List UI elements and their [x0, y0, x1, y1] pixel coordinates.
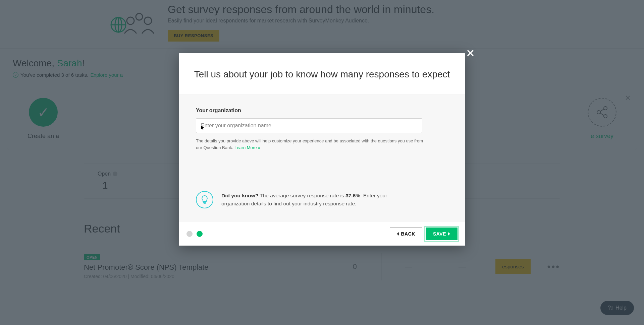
modal-title: Tell us about your job to know how many … — [193, 69, 451, 80]
step-dot-1[interactable] — [186, 231, 193, 237]
step-indicator — [186, 231, 203, 237]
did-you-know-text: Did you know? The average survey respons… — [221, 192, 416, 208]
chevron-left-icon — [397, 232, 399, 236]
dyk-pct: 37.6% — [345, 193, 360, 198]
job-info-modal: Tell us about your job to know how many … — [179, 53, 465, 246]
chevron-right-icon — [448, 232, 450, 236]
modal-close-icon[interactable]: ✕ — [466, 47, 475, 60]
back-button[interactable]: BACK — [390, 227, 422, 240]
learn-more-link[interactable]: Learn More » — [234, 145, 260, 150]
org-label: Your organization — [196, 108, 448, 114]
save-button[interactable]: SAVE — [426, 227, 458, 240]
save-label: SAVE — [433, 231, 446, 237]
helper-text-body: The details you provide above will help … — [196, 138, 423, 150]
back-label: BACK — [401, 231, 415, 237]
helper-text: The details you provide above will help … — [196, 138, 424, 151]
modal-overlay[interactable]: ✕ Tell us about your job to know how man… — [0, 0, 644, 325]
organization-input[interactable] — [196, 118, 422, 133]
dyk-label: Did you know? — [221, 193, 258, 198]
dyk-mid1: The average survey response rate is — [258, 193, 345, 198]
lightbulb-icon — [196, 191, 213, 208]
step-dot-2[interactable] — [197, 231, 203, 237]
